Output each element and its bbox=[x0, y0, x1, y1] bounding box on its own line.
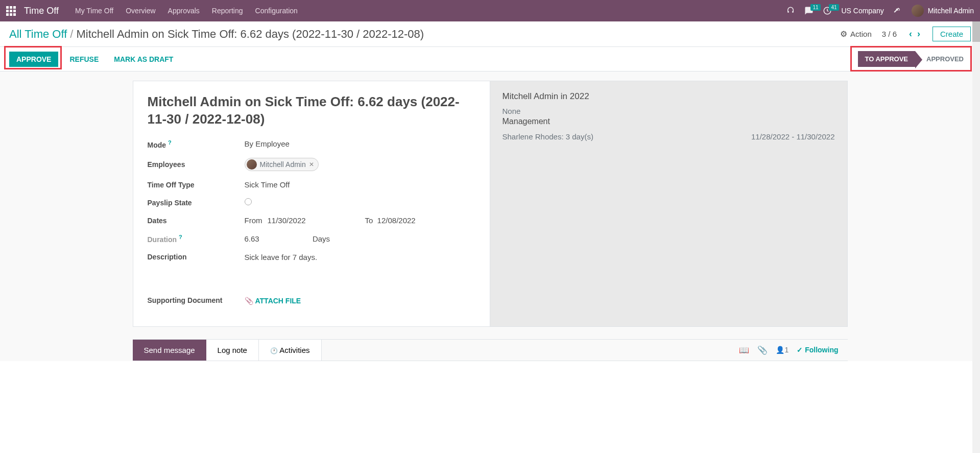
avatar bbox=[912, 5, 924, 17]
right-panel-group: Management bbox=[503, 117, 835, 126]
svg-point-0 bbox=[787, 11, 789, 13]
field-payslip: Payslip State bbox=[148, 198, 475, 207]
tools-icon[interactable] bbox=[893, 6, 902, 15]
employees-value: Mitchell Admin ✕ bbox=[245, 158, 319, 171]
status-bar: TO APPROVE APPROVED bbox=[858, 51, 971, 67]
avatar bbox=[247, 159, 257, 170]
activity-icon[interactable]: 41 bbox=[823, 6, 832, 15]
payslip-value bbox=[245, 198, 252, 207]
top-nav: Time Off My Time Off Overview Approvals … bbox=[0, 0, 980, 21]
nav-menu-reporting[interactable]: Reporting bbox=[212, 7, 243, 15]
nav-menu-configuration[interactable]: Configuration bbox=[255, 7, 298, 15]
chat-badge: 11 bbox=[810, 4, 820, 11]
nav-menu-overview[interactable]: Overview bbox=[126, 7, 155, 15]
date-to-label: To bbox=[365, 216, 373, 225]
remove-tag-icon[interactable]: ✕ bbox=[309, 161, 314, 168]
send-message-button[interactable]: Send message bbox=[133, 340, 206, 361]
dates-label: Dates bbox=[148, 217, 245, 225]
action-dropdown[interactable]: Action bbox=[840, 29, 872, 39]
duration-label: Duration ? bbox=[148, 234, 245, 244]
user-name: Mitchell Admin bbox=[928, 7, 974, 15]
mode-value: By Employee bbox=[245, 139, 290, 148]
attachment-icon[interactable]: 📎 bbox=[757, 345, 768, 355]
payslip-label: Payslip State bbox=[148, 199, 245, 207]
right-panel-entry: Sharlene Rhodes: 3 day(s) 11/28/2022 - 1… bbox=[503, 132, 835, 141]
form-left: Mitchell Admin on Sick Time Off: 6.62 da… bbox=[133, 81, 490, 326]
dates-value: From 11/30/2022 To 12/08/2022 bbox=[245, 216, 416, 225]
scrollbar[interactable] bbox=[972, 21, 980, 361]
nav-menu-my-time-off[interactable]: My Time Off bbox=[75, 7, 113, 15]
user-menu[interactable]: Mitchell Admin bbox=[912, 5, 974, 17]
scrollbar-thumb[interactable] bbox=[972, 21, 980, 42]
duration-unit: Days bbox=[313, 234, 330, 243]
right-panel-none: None bbox=[503, 107, 835, 115]
field-duration: Duration ? 6.63 Days bbox=[148, 234, 475, 244]
nav-menu-approvals[interactable]: Approvals bbox=[168, 7, 200, 15]
payslip-radio-icon[interactable] bbox=[245, 198, 252, 205]
form-title: Mitchell Admin on Sick Time Off: 6.62 da… bbox=[148, 93, 475, 128]
control-row: All Time Off / Mitchell Admin on Sick Ti… bbox=[0, 21, 980, 47]
clock-icon bbox=[270, 346, 279, 354]
pager-arrows: ‹ › bbox=[907, 28, 922, 40]
company-switcher[interactable]: US Company bbox=[841, 7, 883, 15]
date-to-value: 12/08/2022 bbox=[377, 216, 416, 225]
status-actions: APPROVE REFUSE MARK AS DRAFT bbox=[9, 52, 177, 67]
entry-dates: 11/28/2022 - 11/30/2022 bbox=[751, 132, 834, 141]
form-card: Mitchell Admin on Sick Time Off: 6.62 da… bbox=[133, 81, 848, 327]
form-right-panel: Mitchell Admin in 2022 None Management S… bbox=[490, 81, 847, 326]
book-icon[interactable]: 📖 bbox=[739, 345, 749, 355]
phone-icon[interactable] bbox=[786, 6, 795, 15]
pager-next-icon[interactable]: › bbox=[915, 28, 922, 40]
right-panel-title: Mitchell Admin in 2022 bbox=[503, 91, 835, 102]
date-from-label: From bbox=[245, 216, 262, 225]
entry-name: Sharlene Rhodes: 3 day(s) bbox=[503, 132, 593, 141]
help-icon[interactable]: ? bbox=[168, 139, 172, 146]
status-row: APPROVE REFUSE MARK AS DRAFT TO APPROVE … bbox=[0, 47, 980, 71]
description-value: Sick leave for 7 days. bbox=[245, 253, 318, 261]
breadcrumb-root[interactable]: All Time Off bbox=[9, 28, 67, 41]
status-to-approve[interactable]: TO APPROVE bbox=[858, 51, 916, 67]
following-button[interactable]: Following bbox=[797, 346, 838, 354]
gear-icon bbox=[840, 29, 847, 39]
create-button[interactable]: Create bbox=[933, 27, 971, 41]
breadcrumb-sep: / bbox=[70, 28, 73, 41]
field-employees: Employees Mitchell Admin ✕ bbox=[148, 158, 475, 171]
status-approved[interactable]: APPROVED bbox=[915, 51, 971, 67]
control-right: Action 3 / 6 ‹ › Create bbox=[840, 27, 971, 41]
action-label: Action bbox=[850, 30, 872, 38]
employee-tag[interactable]: Mitchell Admin ✕ bbox=[245, 158, 319, 171]
pager-prev-icon[interactable]: ‹ bbox=[907, 28, 914, 40]
field-supporting: Supporting Document ATTACH FILE bbox=[148, 296, 475, 305]
duration-value: 6.63 Days bbox=[245, 234, 330, 243]
app-title[interactable]: Time Off bbox=[24, 6, 59, 16]
employees-label: Employees bbox=[148, 160, 245, 169]
chatter-bar: Send message Log note Activities 📖 📎 👤1 … bbox=[133, 339, 848, 361]
chatter-left: Send message Log note Activities bbox=[133, 340, 322, 361]
main-wrap: Mitchell Admin on Sick Time Off: 6.62 da… bbox=[0, 71, 980, 361]
followers-count[interactable]: 👤1 bbox=[776, 346, 788, 354]
field-description: Description Sick leave for 7 days. bbox=[148, 253, 475, 261]
pager-counter[interactable]: 3 / 6 bbox=[882, 30, 897, 38]
mark-draft-button[interactable]: MARK AS DRAFT bbox=[110, 52, 177, 67]
activities-button[interactable]: Activities bbox=[259, 340, 322, 361]
field-type: Time Off Type Sick Time Off bbox=[148, 180, 475, 189]
help-icon[interactable]: ? bbox=[179, 234, 182, 240]
approve-button[interactable]: APPROVE bbox=[9, 52, 58, 67]
breadcrumb-current: Mitchell Admin on Sick Time Off: 6.62 da… bbox=[76, 28, 424, 41]
activity-badge: 41 bbox=[829, 4, 839, 11]
field-mode: Mode ? By Employee bbox=[148, 139, 475, 149]
description-label: Description bbox=[148, 253, 245, 261]
apps-icon[interactable] bbox=[6, 6, 16, 16]
employee-tag-name: Mitchell Admin bbox=[260, 160, 306, 169]
chat-icon[interactable]: 11 bbox=[804, 6, 814, 15]
attach-file-button[interactable]: ATTACH FILE bbox=[245, 297, 301, 305]
nav-right: 11 41 US Company Mitchell Admin bbox=[786, 5, 974, 17]
refuse-button[interactable]: REFUSE bbox=[65, 52, 103, 67]
supporting-label: Supporting Document bbox=[148, 296, 245, 304]
type-label: Time Off Type bbox=[148, 181, 245, 189]
type-value: Sick Time Off bbox=[245, 180, 290, 189]
status-arrow: TO APPROVE APPROVED bbox=[858, 51, 971, 67]
attach-icon bbox=[245, 297, 253, 305]
log-note-button[interactable]: Log note bbox=[206, 340, 259, 361]
field-dates: Dates From 11/30/2022 To 12/08/2022 bbox=[148, 216, 475, 225]
